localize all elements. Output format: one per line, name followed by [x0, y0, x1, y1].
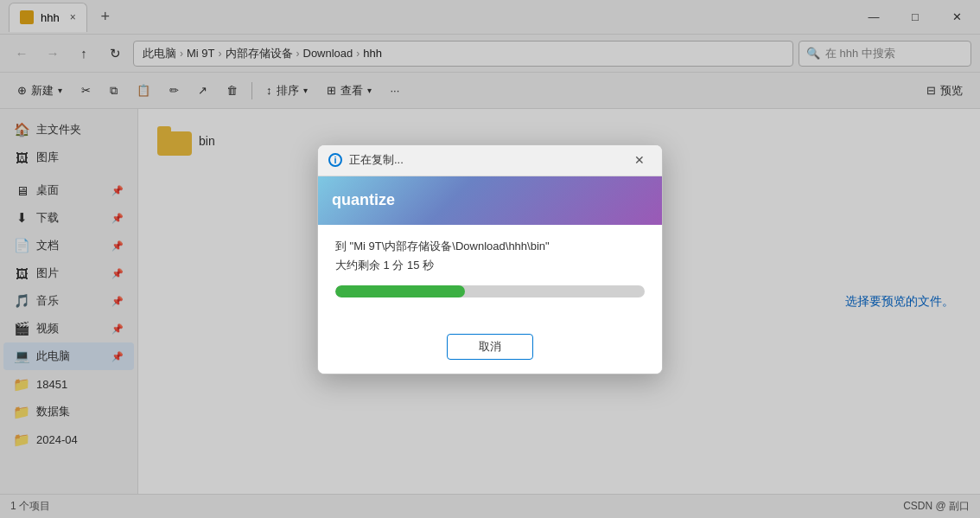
cancel-btn[interactable]: 取消 — [447, 334, 533, 360]
modal-overlay: i 正在复制... ✕ quantize 到 "Mi 9T\内部存储设备\Dow… — [0, 0, 980, 518]
modal-footer: 取消 — [318, 327, 662, 374]
copy-progress-modal: i 正在复制... ✕ quantize 到 "Mi 9T\内部存储设备\Dow… — [317, 144, 663, 374]
progress-bar-fill — [335, 285, 465, 297]
modal-destination: 到 "Mi 9T\内部存储设备\Download\hhh\bin" — [335, 239, 645, 254]
modal-title: 正在复制... — [349, 152, 620, 168]
modal-content: 到 "Mi 9T\内部存储设备\Download\hhh\bin" 大约剩余 1… — [318, 225, 662, 327]
modal-close-btn[interactable]: ✕ — [627, 148, 652, 172]
modal-body: quantize 到 "Mi 9T\内部存储设备\Download\hhh\bi… — [318, 176, 662, 374]
modal-filename: quantize — [332, 191, 395, 209]
modal-titlebar: i 正在复制... ✕ — [318, 145, 662, 176]
progress-bar-track — [335, 285, 645, 297]
modal-time-remaining: 大约剩余 1 分 15 秒 — [335, 258, 645, 273]
modal-header-visual: quantize — [318, 176, 662, 225]
modal-info-icon: i — [328, 153, 342, 167]
